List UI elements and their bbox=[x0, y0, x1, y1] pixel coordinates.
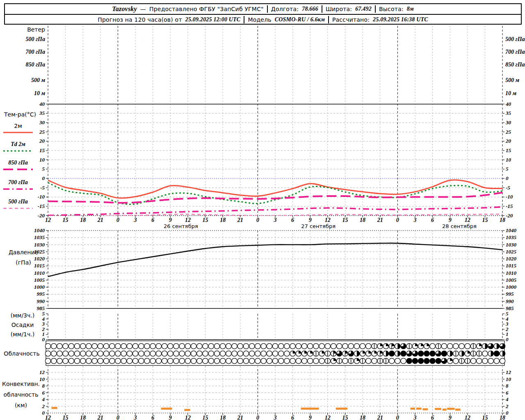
line bbox=[178, 28, 183, 30]
wind-barb bbox=[224, 89, 235, 96]
bottom-hour-label: 12 bbox=[45, 415, 51, 420]
line bbox=[174, 85, 175, 90]
line bbox=[246, 59, 253, 69]
line bbox=[456, 46, 463, 56]
cloud-okta-symbol bbox=[337, 358, 342, 363]
line bbox=[159, 30, 161, 43]
line bbox=[478, 78, 479, 82]
altitude-label: Высота: bbox=[379, 6, 404, 12]
line bbox=[250, 43, 255, 43]
cloud-okta-symbol bbox=[296, 351, 301, 356]
line bbox=[242, 34, 245, 34]
line bbox=[294, 30, 299, 32]
cloud-okta-symbol bbox=[436, 343, 441, 349]
wind-barb bbox=[100, 58, 111, 69]
cloud-okta-symbol bbox=[494, 343, 499, 349]
line bbox=[264, 60, 272, 69]
wind-barb bbox=[240, 75, 253, 83]
temp-ytick-left: 20 bbox=[39, 138, 45, 144]
line bbox=[252, 43, 256, 56]
cloud-okta-symbol bbox=[121, 343, 126, 349]
line bbox=[231, 75, 235, 76]
line bbox=[159, 43, 163, 56]
line bbox=[172, 34, 175, 34]
wind-barb bbox=[251, 92, 264, 97]
hour-label: 18 bbox=[360, 217, 365, 223]
line bbox=[509, 88, 514, 89]
line bbox=[48, 88, 54, 96]
temp-ytick-left: 5 bbox=[42, 166, 45, 172]
wind-barb bbox=[211, 42, 219, 56]
line bbox=[281, 97, 283, 99]
wind-barb bbox=[194, 42, 202, 56]
line bbox=[318, 96, 328, 97]
cloud-okta-symbol bbox=[360, 343, 365, 349]
cloud-okta-symbol bbox=[208, 358, 214, 363]
cloud-okta-symbol bbox=[57, 358, 62, 363]
line bbox=[240, 61, 245, 62]
line bbox=[220, 42, 225, 43]
line bbox=[322, 74, 323, 79]
line bbox=[328, 80, 339, 83]
line bbox=[312, 28, 316, 30]
pressure-ytick-right: 1025 bbox=[506, 249, 517, 255]
line bbox=[274, 43, 278, 43]
wind-barb bbox=[328, 42, 335, 56]
line bbox=[73, 87, 78, 96]
convective-cloud-bar bbox=[443, 409, 447, 411]
line bbox=[436, 29, 441, 30]
line bbox=[346, 33, 349, 34]
line bbox=[468, 58, 469, 63]
convective-ytick-right: 12 bbox=[506, 369, 511, 375]
wind-barb bbox=[147, 58, 158, 69]
line bbox=[78, 33, 81, 34]
line bbox=[178, 31, 183, 32]
cloud-okta-symbol bbox=[465, 358, 470, 363]
line bbox=[479, 31, 484, 43]
cloud-okta-symbol bbox=[267, 351, 272, 356]
line bbox=[479, 88, 485, 96]
line bbox=[258, 76, 261, 77]
line bbox=[303, 62, 307, 65]
cloud-okta-symbol bbox=[203, 343, 208, 349]
wind-barb bbox=[100, 73, 112, 83]
line bbox=[123, 84, 126, 88]
cloud-okta-symbol bbox=[441, 358, 447, 363]
hour-label: 21 bbox=[377, 217, 383, 223]
line bbox=[375, 90, 376, 95]
bottom-hour-label: 0 bbox=[396, 415, 399, 420]
line bbox=[223, 59, 229, 69]
convective-cloud-bar bbox=[416, 408, 422, 410]
line bbox=[409, 83, 421, 83]
header-divider bbox=[375, 5, 376, 13]
line bbox=[193, 76, 196, 76]
cloud-okta-symbol bbox=[476, 351, 482, 356]
line bbox=[77, 57, 82, 69]
line bbox=[294, 73, 299, 83]
line bbox=[404, 43, 409, 56]
day-label: 27 сентября bbox=[301, 223, 336, 229]
line bbox=[419, 78, 421, 83]
line bbox=[444, 45, 452, 56]
line bbox=[141, 43, 145, 56]
line bbox=[401, 59, 409, 69]
line bbox=[189, 33, 192, 34]
line bbox=[210, 60, 215, 60]
line bbox=[374, 54, 378, 57]
line bbox=[265, 62, 267, 62]
bottom-hour-label: 12 bbox=[325, 415, 331, 420]
line bbox=[382, 94, 392, 96]
temp-ytick-left: 35 bbox=[39, 110, 45, 116]
line bbox=[231, 29, 236, 30]
line bbox=[437, 83, 441, 86]
wind-barb bbox=[310, 62, 324, 69]
cloud-okta-symbol bbox=[144, 351, 150, 356]
line bbox=[287, 97, 289, 99]
wind-barb bbox=[287, 62, 301, 69]
line bbox=[97, 28, 102, 30]
wind-barb bbox=[474, 58, 485, 69]
cloud-okta-symbol bbox=[430, 343, 435, 349]
wind-barb bbox=[468, 46, 481, 56]
line bbox=[132, 31, 137, 32]
wind-barb bbox=[462, 29, 470, 43]
